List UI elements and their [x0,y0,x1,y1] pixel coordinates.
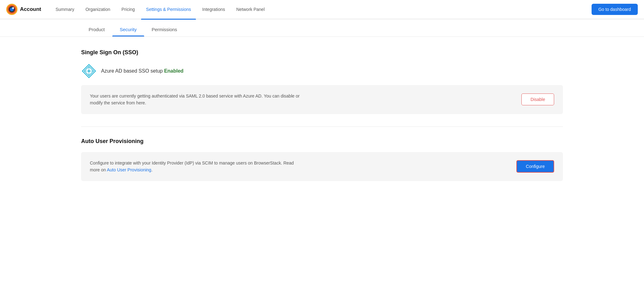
go-to-dashboard-button[interactable]: Go to dashboard [592,4,638,15]
tab-security[interactable]: Security [112,27,144,36]
nav-item-settings-permissions[interactable]: Settings & Permissions [141,0,196,19]
sso-section-title: Single Sign On (SSO) [81,49,563,56]
svg-point-4 [12,7,14,9]
nav-items: Summary Organization Pricing Settings & … [51,0,592,19]
sso-provider-label: Azure AD based SSO setup Enabled [101,68,183,74]
sso-provider-row: Azure AD based SSO setup Enabled [81,63,563,79]
nav-item-summary[interactable]: Summary [51,0,79,19]
section-divider [81,127,563,127]
auto-provision-info-text: Configure to integrate with your Identit… [90,160,302,174]
main-content: Single Sign On (SSO) Azure AD based SSO … [0,37,644,306]
top-navigation: Account Summary Organization Pricing Set… [0,0,644,19]
azure-ad-icon [81,63,97,79]
auto-user-provisioning-link[interactable]: Auto User Provisioning [107,167,151,172]
sso-section: Single Sign On (SSO) Azure AD based SSO … [81,49,563,114]
sub-tabs-bar: Product Security Permissions [0,19,644,37]
tab-product[interactable]: Product [81,27,112,36]
auto-provision-info-box: Configure to integrate with your Identit… [81,152,563,181]
svg-point-9 [88,70,90,72]
nav-item-network-panel[interactable]: Network Panel [231,0,270,19]
logo[interactable]: Account [6,4,41,15]
auto-provision-section-title: Auto User Provisioning [81,138,563,145]
nav-item-pricing[interactable]: Pricing [116,0,140,19]
disable-button[interactable]: Disable [521,93,554,105]
logo-text: Account [20,6,41,12]
sso-status-badge: Enabled [164,68,183,74]
nav-item-organization[interactable]: Organization [80,0,115,19]
auto-provision-section: Auto User Provisioning Configure to inte… [81,138,563,181]
sso-info-text: Your users are currently getting authent… [90,93,302,107]
sso-info-box: Your users are currently getting authent… [81,85,563,114]
configure-button[interactable]: Configure [516,160,554,173]
nav-item-integrations[interactable]: Integrations [197,0,230,19]
tab-permissions[interactable]: Permissions [144,27,185,36]
logo-icon [6,4,17,15]
